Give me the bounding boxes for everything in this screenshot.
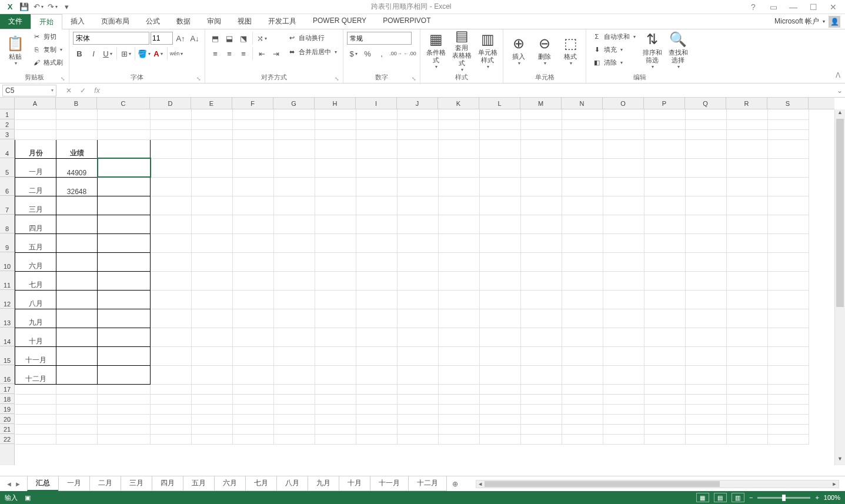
cell-C3[interactable] — [98, 129, 151, 139]
cell-J1[interactable] — [398, 109, 439, 119]
cell-K9[interactable] — [439, 233, 480, 252]
cell-G11[interactable] — [274, 271, 315, 290]
cell-H14[interactable] — [315, 328, 356, 346]
cell-S5[interactable] — [768, 158, 809, 177]
cell-L3[interactable] — [480, 129, 521, 139]
cell-C11[interactable] — [98, 271, 151, 290]
cell-H12[interactable] — [315, 290, 356, 309]
cell-J22[interactable] — [398, 434, 439, 444]
cell-S18[interactable] — [768, 394, 809, 404]
cell-S11[interactable] — [768, 271, 809, 290]
cell-E10[interactable] — [192, 252, 233, 271]
cell-B6[interactable]: 32648 — [56, 177, 98, 196]
cell-S2[interactable] — [768, 119, 809, 129]
horizontal-scroll-thumb[interactable] — [485, 481, 720, 487]
cell-M22[interactable] — [521, 434, 562, 444]
cell-A19[interactable] — [15, 404, 56, 414]
cell-L6[interactable] — [480, 177, 521, 196]
cell-D4[interactable] — [151, 139, 192, 158]
cell-H1[interactable] — [315, 109, 356, 119]
autosum-button[interactable]: Σ自动求和 — [590, 31, 638, 42]
align-middle-button[interactable]: ⬓ — [223, 32, 236, 45]
cell-C9[interactable] — [98, 233, 151, 252]
cell-B5[interactable]: 44909 — [56, 158, 98, 177]
cell-K19[interactable] — [439, 404, 480, 414]
cell-J11[interactable] — [398, 271, 439, 290]
cell-P19[interactable] — [644, 404, 686, 414]
cell-S19[interactable] — [768, 404, 809, 414]
cell-Q12[interactable] — [686, 290, 727, 309]
cell-F16[interactable] — [233, 365, 274, 384]
sheet-tab-十一月[interactable]: 十一月 — [370, 476, 409, 491]
cell-R5[interactable] — [727, 158, 768, 177]
percent-button[interactable]: % — [361, 47, 374, 60]
align-launcher[interactable]: ⤡ — [335, 76, 339, 82]
cell-I10[interactable] — [356, 252, 398, 271]
cell-O16[interactable] — [603, 365, 644, 384]
fill-button[interactable]: ⬇填充 — [590, 44, 638, 55]
cell-M8[interactable] — [521, 215, 562, 233]
cell-G7[interactable] — [274, 196, 315, 215]
cell-N7[interactable] — [562, 196, 603, 215]
cell-I5[interactable] — [356, 158, 398, 177]
cell-D22[interactable] — [151, 434, 192, 444]
cell-B13[interactable] — [56, 309, 98, 328]
borders-button[interactable]: ⊞ — [119, 47, 132, 60]
cell-K4[interactable] — [439, 139, 480, 158]
cell-S22[interactable] — [768, 434, 809, 444]
cell-D10[interactable] — [151, 252, 192, 271]
help-button[interactable]: ? — [746, 2, 760, 12]
zoom-slider[interactable] — [757, 497, 810, 499]
fill-color-button[interactable]: 🪣 — [138, 47, 151, 60]
cell-P21[interactable] — [644, 424, 686, 434]
cell-D21[interactable] — [151, 424, 192, 434]
cell-F17[interactable] — [233, 384, 274, 394]
cell-H9[interactable] — [315, 233, 356, 252]
cell-J5[interactable] — [398, 158, 439, 177]
cell-D9[interactable] — [151, 233, 192, 252]
cell-I9[interactable] — [356, 233, 398, 252]
cell-G21[interactable] — [274, 424, 315, 434]
italic-button[interactable]: I — [87, 47, 100, 60]
cell-R21[interactable] — [727, 424, 768, 434]
tab-页面布局[interactable]: 页面布局 — [93, 14, 138, 29]
font-launcher[interactable]: ⤡ — [196, 76, 201, 82]
cell-D11[interactable] — [151, 271, 192, 290]
cell-D8[interactable] — [151, 215, 192, 233]
cell-A18[interactable] — [15, 394, 56, 404]
cell-M7[interactable] — [521, 196, 562, 215]
cell-F14[interactable] — [233, 328, 274, 346]
cell-M20[interactable] — [521, 414, 562, 424]
cell-D5[interactable] — [151, 158, 192, 177]
cell-E8[interactable] — [192, 215, 233, 233]
cell-D19[interactable] — [151, 404, 192, 414]
cell-D18[interactable] — [151, 394, 192, 404]
row-header-8[interactable]: 8 — [0, 215, 14, 233]
number-launcher[interactable]: ⤡ — [412, 76, 416, 82]
cell-I2[interactable] — [356, 119, 398, 129]
increase-font-button[interactable]: A↑ — [174, 32, 187, 45]
cell-E2[interactable] — [192, 119, 233, 129]
cell-E1[interactable] — [192, 109, 233, 119]
cell-Q20[interactable] — [686, 414, 727, 424]
row-header-14[interactable]: 14 — [0, 328, 14, 346]
cell-I3[interactable] — [356, 129, 398, 139]
cell-O11[interactable] — [603, 271, 644, 290]
cell-H3[interactable] — [315, 129, 356, 139]
cell-P17[interactable] — [644, 384, 686, 394]
cell-E18[interactable] — [192, 394, 233, 404]
cell-N18[interactable] — [562, 394, 603, 404]
cell-J3[interactable] — [398, 129, 439, 139]
cell-I8[interactable] — [356, 215, 398, 233]
cell-G8[interactable] — [274, 215, 315, 233]
row-header-12[interactable]: 12 — [0, 290, 14, 309]
cell-H17[interactable] — [315, 384, 356, 394]
macro-record-icon[interactable]: ▣ — [25, 494, 31, 502]
row-header-20[interactable]: 20 — [0, 414, 14, 424]
cell-L5[interactable] — [480, 158, 521, 177]
cell-B21[interactable] — [56, 424, 98, 434]
cell-E4[interactable] — [192, 139, 233, 158]
cell-B10[interactable] — [56, 252, 98, 271]
cell-N22[interactable] — [562, 434, 603, 444]
cell-K1[interactable] — [439, 109, 480, 119]
